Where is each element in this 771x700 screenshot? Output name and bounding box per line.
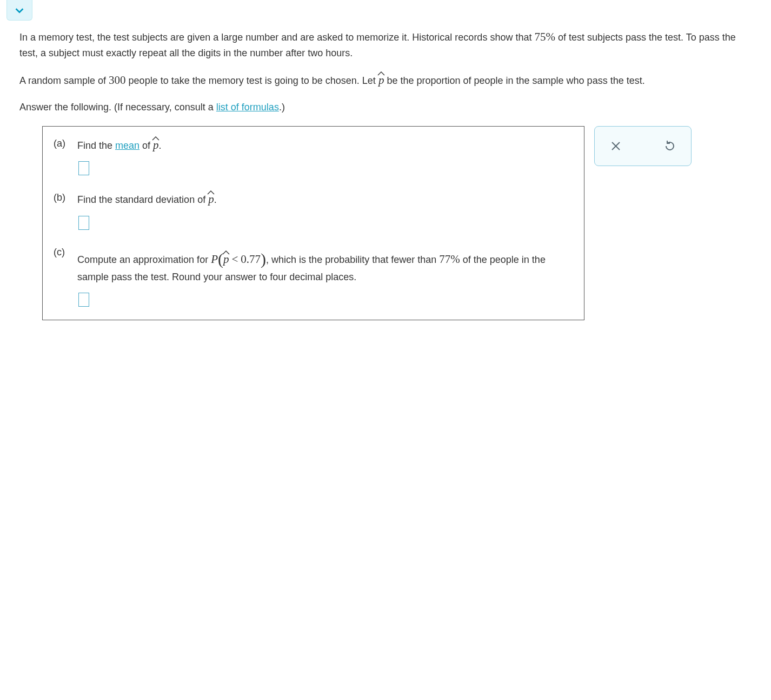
- part-a-text: Find the mean of p.: [77, 136, 573, 154]
- p-hat-symbol: p: [223, 250, 229, 268]
- chevron-down-icon: [14, 4, 25, 16]
- part-a: (a) Find the mean of p.: [54, 136, 573, 176]
- intro-paragraph-1: In a memory test, the test subjects are …: [19, 28, 752, 61]
- clear-button[interactable]: [608, 138, 624, 154]
- percent-value: 77%: [439, 253, 460, 266]
- text: In a memory test, the test subjects are …: [19, 32, 534, 43]
- text: Answer the following. (If necessary, con…: [19, 102, 216, 113]
- p-hat-symbol: p: [153, 136, 159, 154]
- intro-paragraph-2: A random sample of 300 people to take th…: [19, 71, 752, 89]
- question-box: (a) Find the mean of p. (b) Find the sta…: [42, 126, 584, 320]
- text: Find the standard deviation of: [77, 194, 208, 205]
- part-b-label: (b): [54, 190, 72, 206]
- answer-input-b[interactable]: [78, 216, 89, 230]
- less-than: <: [231, 253, 238, 266]
- answer-input-c[interactable]: [78, 293, 89, 307]
- part-b: (b) Find the standard deviation of p.: [54, 190, 573, 230]
- collapse-toggle[interactable]: [6, 0, 32, 21]
- problem-content: In a memory test, the test subjects are …: [0, 21, 771, 342]
- text: A random sample of: [19, 75, 109, 86]
- reset-button[interactable]: [662, 138, 678, 154]
- text: .): [279, 102, 285, 113]
- sample-size: 300: [109, 74, 126, 87]
- text: Compute an approximation for: [77, 254, 211, 265]
- part-c: (c) Compute an approximation for P(p < 0…: [54, 245, 573, 307]
- part-b-text: Find the standard deviation of p.: [77, 190, 573, 208]
- threshold-value: 0.77: [241, 253, 261, 266]
- text: Find the: [77, 140, 115, 151]
- answer-prompt: Answer the following. (If necessary, con…: [19, 100, 752, 115]
- mean-link[interactable]: mean: [115, 140, 139, 151]
- answer-input-a[interactable]: [78, 161, 89, 175]
- control-panel: [594, 126, 692, 166]
- part-c-label: (c): [54, 245, 72, 260]
- text: people to take the memory test is going …: [126, 75, 378, 86]
- text: .: [214, 194, 217, 205]
- text: of: [139, 140, 153, 151]
- undo-icon: [663, 140, 676, 153]
- p-hat-symbol: p: [208, 190, 214, 208]
- text: be the proportion of people in the sampl…: [384, 75, 644, 86]
- text: , which is the probability that fewer th…: [266, 254, 439, 265]
- part-a-label: (a): [54, 136, 72, 151]
- text: .: [159, 140, 162, 151]
- formulas-link[interactable]: list of formulas: [216, 102, 279, 113]
- pass-rate: 75%: [534, 30, 555, 43]
- close-paren: ): [261, 250, 266, 268]
- p-hat-symbol: p: [378, 71, 384, 89]
- close-icon: [609, 140, 622, 153]
- capital-p: P: [211, 253, 218, 266]
- part-c-text: Compute an approximation for P(p < 0.77)…: [77, 245, 573, 285]
